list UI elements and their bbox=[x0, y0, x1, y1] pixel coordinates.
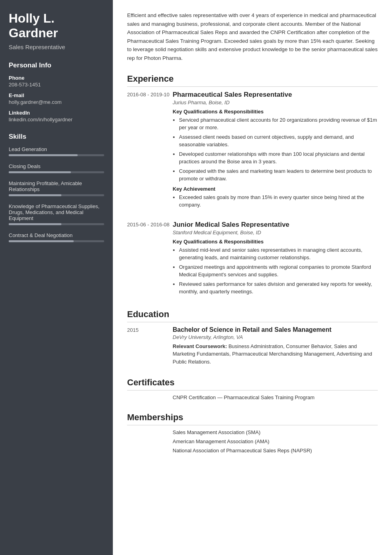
edu-content: Bachelor of Science in Retail and Sales … bbox=[173, 326, 378, 366]
main-content: Efficient and effective sales representa… bbox=[113, 0, 392, 555]
bullet-item: Exceeded sales goals by more than 15% in… bbox=[179, 193, 378, 209]
skill-bar-fill bbox=[9, 171, 71, 173]
candidate-title: Sales Representative bbox=[9, 44, 104, 50]
skill-item: Maintaining Profitable, Amicable Relatio… bbox=[9, 180, 104, 196]
sidebar: Holly L. Gardner Sales Representative Pe… bbox=[0, 0, 113, 555]
skill-bar-bg bbox=[9, 194, 104, 196]
qualifications-bullets: Serviced pharmaceutical client accounts … bbox=[173, 116, 378, 183]
membership-entry: National Association of Pharmaceutical S… bbox=[127, 448, 378, 454]
bullet-item: Cooperated with the sales and marketing … bbox=[179, 167, 378, 183]
linkedin-value: linkedin.com/in/hollygardner bbox=[9, 117, 104, 122]
job-title: Pharmaceutical Sales Representative bbox=[173, 91, 378, 99]
edu-date: 2015 bbox=[127, 326, 173, 366]
skill-name: Knowledge of Pharmaceutical Supplies, Dr… bbox=[9, 203, 104, 221]
certificates-entries: CNPR Certification — Pharmaceutical Sale… bbox=[127, 394, 378, 400]
experience-entry: 2016-08 - 2019-10 Pharmaceutical Sales R… bbox=[127, 91, 378, 211]
memberships-section-title: Memberships bbox=[127, 412, 378, 425]
candidate-name: Holly L. Gardner bbox=[9, 11, 104, 40]
summary-text: Efficient and effective sales representa… bbox=[127, 11, 378, 63]
bullet-item: Reviewed sales performance for sales div… bbox=[179, 280, 378, 296]
experience-section-title: Experience bbox=[127, 74, 378, 87]
certificates-section: Certificates CNPR Certification — Pharma… bbox=[127, 377, 378, 400]
company: Stanford Medical Equipment, Boise, ID bbox=[173, 230, 378, 235]
bullet-item: Assisted mid-level and senior sales repr… bbox=[179, 246, 378, 262]
experience-entries: 2016-08 - 2019-10 Pharmaceutical Sales R… bbox=[127, 91, 378, 297]
skill-bar-fill bbox=[9, 194, 61, 196]
member-date bbox=[127, 438, 173, 444]
qualifications-bullets: Assisted mid-level and senior sales repr… bbox=[173, 246, 378, 296]
achievement-title: Key Achievement bbox=[173, 186, 378, 192]
skill-item: Lead Generation bbox=[9, 146, 104, 156]
education-section-title: Education bbox=[127, 309, 378, 322]
education-section: Education 2015 Bachelor of Science in Re… bbox=[127, 309, 378, 366]
cert-date bbox=[127, 394, 173, 400]
qualifications-title: Key Qualifications & Responsibilities bbox=[173, 239, 378, 245]
bullet-item: Serviced pharmaceutical client accounts … bbox=[179, 116, 378, 132]
skill-item: Knowledge of Pharmaceutical Supplies, Dr… bbox=[9, 203, 104, 225]
bullet-item: Organized meetings and appointments with… bbox=[179, 263, 378, 279]
exp-date: 2016-08 - 2019-10 bbox=[127, 91, 173, 211]
member-value: American Management Association (AMA) bbox=[173, 438, 378, 444]
personal-info-section-title: Personal Info bbox=[9, 61, 104, 69]
education-entries: 2015 Bachelor of Science in Retail and S… bbox=[127, 326, 378, 366]
edu-school: DeVry University, Arlington, VA bbox=[173, 334, 378, 340]
edu-degree: Bachelor of Science in Retail and Sales … bbox=[173, 326, 378, 333]
exp-content: Pharmaceutical Sales Representative Juri… bbox=[173, 91, 378, 211]
certificate-entry: CNPR Certification — Pharmaceutical Sale… bbox=[127, 394, 378, 400]
skill-name: Contract & Deal Negotiation bbox=[9, 232, 104, 238]
skill-name: Maintaining Profitable, Amicable Relatio… bbox=[9, 180, 104, 192]
skill-bar-bg bbox=[9, 154, 104, 156]
skill-bar-fill bbox=[9, 223, 61, 225]
skill-item: Closing Deals bbox=[9, 163, 104, 173]
education-entry: 2015 Bachelor of Science in Retail and S… bbox=[127, 326, 378, 366]
exp-content: Junior Medical Sales Representative Stan… bbox=[173, 221, 378, 297]
job-title: Junior Medical Sales Representative bbox=[173, 221, 378, 229]
skill-bar-fill bbox=[9, 240, 74, 242]
membership-entry: American Management Association (AMA) bbox=[127, 438, 378, 444]
skill-name: Lead Generation bbox=[9, 146, 104, 152]
company: Jurius Pharma, Boise, ID bbox=[173, 100, 378, 105]
linkedin-label: LinkedIn bbox=[9, 110, 104, 116]
skills-section-title: Skills bbox=[9, 133, 104, 141]
skill-bar-bg bbox=[9, 223, 104, 225]
qualifications-title: Key Qualifications & Responsibilities bbox=[173, 109, 378, 115]
membership-entry: Sales Management Association (SMA) bbox=[127, 429, 378, 435]
exp-date: 2015-06 - 2016-08 bbox=[127, 221, 173, 297]
edu-coursework: Relevant Coursework: Business Administra… bbox=[173, 343, 378, 366]
certificates-section-title: Certificates bbox=[127, 377, 378, 390]
email-value: holly.gardner@me.com bbox=[9, 99, 104, 105]
achievement-bullets: Exceeded sales goals by more than 15% in… bbox=[173, 193, 378, 209]
skill-item: Contract & Deal Negotiation bbox=[9, 232, 104, 242]
bullet-item: Assessed client needs based on current o… bbox=[179, 133, 378, 149]
member-value: Sales Management Association (SMA) bbox=[173, 429, 378, 435]
memberships-section: Memberships Sales Management Association… bbox=[127, 412, 378, 454]
skill-bar-fill bbox=[9, 154, 78, 156]
member-value: National Association of Pharmaceutical S… bbox=[173, 448, 378, 454]
phone-label: Phone bbox=[9, 75, 104, 81]
skill-name: Closing Deals bbox=[9, 163, 104, 169]
phone-value: 208-573-1451 bbox=[9, 82, 104, 88]
skill-bar-bg bbox=[9, 240, 104, 242]
cert-value: CNPR Certification — Pharmaceutical Sale… bbox=[173, 394, 378, 400]
skills-list: Lead Generation Closing Deals Maintainin… bbox=[9, 146, 104, 242]
experience-section: Experience 2016-08 - 2019-10 Pharmaceuti… bbox=[127, 74, 378, 297]
skill-bar-bg bbox=[9, 171, 104, 173]
email-label: E-mail bbox=[9, 92, 104, 98]
bullet-item: Developed customer relationships with mo… bbox=[179, 150, 378, 166]
resume-wrapper: Holly L. Gardner Sales Representative Pe… bbox=[0, 0, 392, 555]
memberships-entries: Sales Management Association (SMA) Ameri… bbox=[127, 429, 378, 454]
member-date bbox=[127, 429, 173, 435]
member-date bbox=[127, 448, 173, 454]
experience-entry: 2015-06 - 2016-08 Junior Medical Sales R… bbox=[127, 221, 378, 297]
